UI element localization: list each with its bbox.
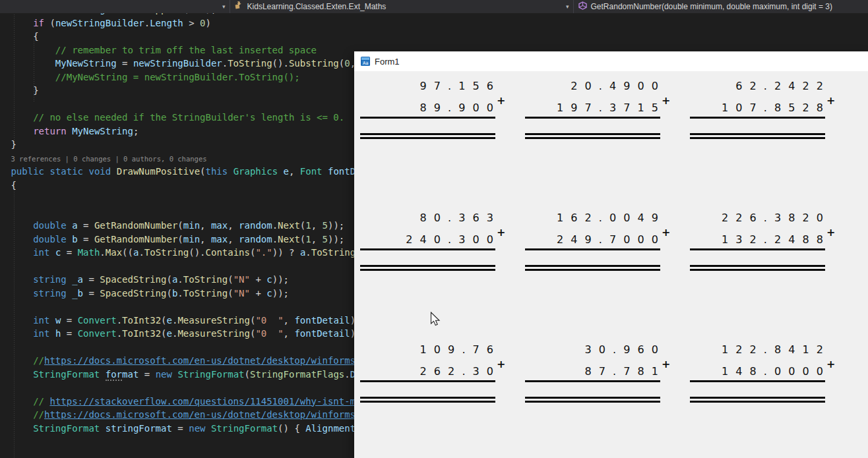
plus-operator: + [826, 95, 835, 107]
plus-operator: + [662, 95, 670, 107]
svg-text:Aa: Aa [363, 61, 368, 66]
addend-bottom: 1 3 2 . 2 4 8 8 [722, 233, 825, 246]
answer-line-bottom [690, 401, 825, 403]
plus-operator: + [497, 358, 505, 370]
addend-top: 6 2 . 2 4 2 2 [735, 80, 825, 93]
code-line: { [0, 30, 550, 43]
answer-line-top [690, 265, 825, 267]
divider [230, 0, 230, 13]
math-problem: 2 2 6 . 3 8 2 01 3 2 . 2 4 8 8+ [690, 206, 825, 272]
plus-operator: + [662, 227, 670, 239]
sum-line [525, 248, 660, 250]
answer-line-bottom [525, 401, 660, 403]
sum-line [690, 380, 825, 382]
addend-top: 2 0 . 4 9 0 0 [571, 80, 660, 93]
answer-line-bottom [525, 269, 660, 271]
math-problem: 2 0 . 4 9 0 01 9 7 . 3 7 1 5+ [525, 74, 660, 140]
addend-bottom: 2 6 2 . 3 0 [420, 365, 495, 378]
answer-line-top [525, 397, 660, 399]
answer-line-top [525, 133, 660, 135]
method-cube-icon [578, 1, 587, 12]
math-problem: 1 6 2 . 0 0 4 92 4 9 . 7 0 0 0+ [525, 206, 660, 272]
code-line: if (newStringBuilder.Length > 0) [0, 16, 550, 30]
sum-line [360, 117, 495, 119]
addend-top: 1 0 9 . 7 6 [420, 343, 495, 357]
addend-bottom: 2 4 9 . 7 0 0 0 [557, 233, 660, 246]
vs-navigation-bar: ▾ KidsLearning.Classed.Exten.Ext_Maths ▾… [0, 0, 868, 13]
mouse-cursor [430, 312, 441, 328]
answer-line-bottom [690, 137, 825, 139]
addend-bottom: 1 9 7 . 3 7 1 5 [557, 101, 660, 115]
answer-line-bottom [525, 137, 660, 139]
sum-line [525, 380, 660, 382]
plus-operator: + [497, 95, 505, 107]
sum-line [360, 248, 495, 250]
answer-line-top [360, 397, 495, 399]
addend-top: 3 0 . 9 6 0 [585, 343, 660, 357]
math-problem: 1 2 2 . 8 4 1 21 4 8 . 0 0 0 0+ [690, 338, 825, 404]
addend-top: 8 0 . 3 6 3 [420, 212, 495, 225]
addend-bottom: 8 7 . 7 8 1 [585, 365, 660, 378]
answer-line-bottom [690, 269, 825, 271]
sum-line [690, 117, 825, 119]
addend-bottom: 1 4 8 . 0 0 0 0 [722, 365, 825, 378]
divider [573, 0, 574, 13]
answer-line-top [360, 265, 495, 267]
form-titlebar[interactable]: Aa Form1 [354, 51, 868, 71]
addend-bottom: 2 4 0 . 3 0 0 [406, 233, 495, 246]
chevron-down-icon[interactable]: ▾ [222, 3, 226, 10]
addend-bottom: 1 0 7 . 8 5 2 8 [722, 101, 825, 115]
answer-line-top [525, 265, 660, 267]
answer-line-top [690, 133, 825, 135]
answer-line-bottom [360, 401, 495, 403]
nav-type-label: KidsLearning.Classed.Exten.Ext_Maths [247, 2, 387, 11]
answer-line-top [690, 397, 825, 399]
sum-line [360, 380, 495, 382]
plus-operator: + [826, 358, 835, 370]
addend-top: 2 2 6 . 3 8 2 0 [722, 212, 825, 225]
addend-bottom: 8 9 . 9 0 0 [420, 101, 495, 115]
addend-top: 1 2 2 . 8 4 1 2 [722, 343, 825, 357]
addend-top: 9 7 . 1 5 6 [420, 80, 495, 93]
form-client-area: 9 7 . 1 5 68 9 . 9 0 0+2 0 . 4 9 0 01 9 … [354, 71, 868, 458]
addend-top: 1 6 2 . 0 0 4 9 [557, 212, 660, 225]
math-problem: 6 2 . 2 4 2 21 0 7 . 8 5 2 8+ [690, 74, 825, 140]
form-icon: Aa [360, 56, 371, 67]
answer-line-bottom [360, 137, 495, 139]
nav-member-label: GetRandomNumber(double minimum, double m… [591, 2, 833, 11]
nav-type-dropdown[interactable]: ▾ KidsLearning.Classed.Exten.Ext_Maths [222, 0, 386, 13]
form1-window: Aa Form1 9 7 . 1 5 68 9 . 9 0 0+2 0 . 4 … [354, 51, 868, 458]
math-problem: 3 0 . 9 6 08 7 . 7 8 1+ [525, 338, 660, 404]
plus-operator: + [662, 358, 670, 370]
math-problem: 8 0 . 3 6 32 4 0 . 3 0 0+ [360, 206, 495, 272]
sum-line [525, 117, 660, 119]
answer-line-bottom [360, 269, 495, 271]
chevron-down-icon[interactable]: ▾ [566, 3, 569, 10]
plus-operator: + [497, 227, 505, 239]
nav-member-dropdown[interactable]: ▾ GetRandomNumber(double minimum, double… [566, 0, 832, 13]
sum-line [690, 248, 825, 250]
class-icon [235, 1, 243, 12]
math-problem: 1 0 9 . 7 62 6 2 . 3 0+ [360, 338, 495, 404]
form-title: Form1 [375, 57, 400, 67]
answer-line-top [360, 133, 495, 135]
math-problem: 9 7 . 1 5 68 9 . 9 0 0+ [360, 74, 495, 140]
plus-operator: + [826, 227, 835, 239]
